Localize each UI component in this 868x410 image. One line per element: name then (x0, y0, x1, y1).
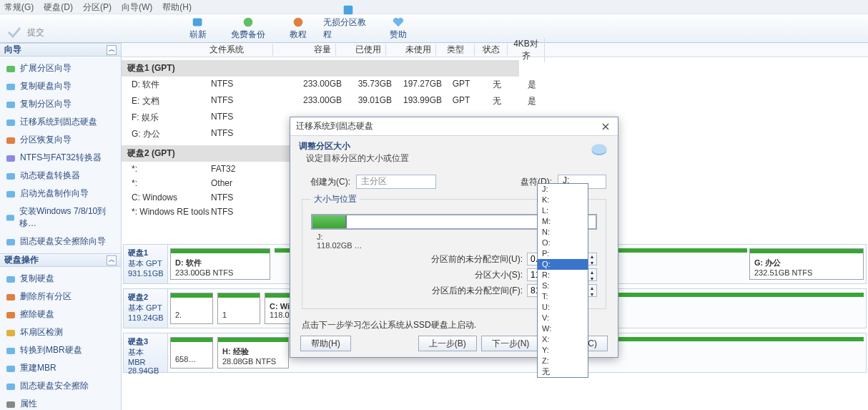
dropdown-option[interactable]: Q: (538, 259, 588, 270)
space-after-label: 分区后的未分配空间(F): (432, 285, 523, 297)
create-as-select[interactable]: 主分区 (356, 175, 436, 189)
dropdown-option[interactable]: M: (538, 216, 588, 227)
partition-size-label: 分区大小(S): (475, 269, 523, 281)
modal-heading: 调整分区大小 (299, 140, 409, 152)
help-button[interactable]: 帮助(H) (300, 336, 351, 351)
dropdown-option[interactable]: T: (538, 291, 588, 302)
dropdown-option[interactable]: S: (538, 280, 588, 291)
group-legend: 大小与位置 (311, 193, 360, 205)
disk-wizard-icon (589, 140, 609, 160)
back-button[interactable]: 上一步(B) (418, 336, 477, 351)
dropdown-option[interactable]: U: (538, 302, 588, 313)
dropdown-option[interactable]: K: (538, 195, 588, 205)
dropdown-option[interactable]: N: (538, 227, 588, 238)
modal-title: 迁移系统到固态硬盘 (296, 120, 373, 132)
dropdown-option[interactable]: Z: (538, 356, 588, 366)
close-button[interactable] (599, 120, 612, 133)
dropdown-option[interactable]: O: (538, 238, 588, 248)
close-icon (601, 122, 610, 131)
dropdown-option[interactable]: 无 (538, 366, 588, 377)
dropdown-option[interactable]: Y: (538, 345, 588, 356)
create-as-label: 创建为(C): (310, 176, 350, 188)
space-before-spinner[interactable]: ▴▾ (587, 253, 597, 265)
drive-letter-dropdown[interactable]: J:K:L:M:N:O:P:Q:R:S:T:U:V:W:X:Y:Z:无 (537, 183, 588, 378)
dropdown-option[interactable]: J: (538, 184, 588, 195)
dropdown-option[interactable]: V: (538, 313, 588, 323)
space-after-spinner[interactable]: ▴▾ (587, 284, 597, 297)
next-button[interactable]: 下一步(N) (481, 336, 541, 351)
dropdown-option[interactable]: W: (538, 323, 588, 334)
svg-point-23 (592, 144, 607, 154)
dropdown-option[interactable]: R: (538, 270, 588, 280)
dropdown-option[interactable]: L: (538, 205, 588, 216)
dropdown-option[interactable]: X: (538, 334, 588, 345)
modal-subheading: 设定目标分区的大小或位置 (299, 152, 409, 165)
dropdown-option[interactable]: P: (538, 248, 588, 259)
partition-size-spinner[interactable]: ▴▾ (587, 268, 597, 281)
space-before-label: 分区前的未分配空间(U): (431, 253, 523, 265)
modal-backdrop: 迁移系统到固态硬盘 调整分区大小 设定目标分区的大小或位置 创建为(C): 主分… (0, 0, 868, 410)
